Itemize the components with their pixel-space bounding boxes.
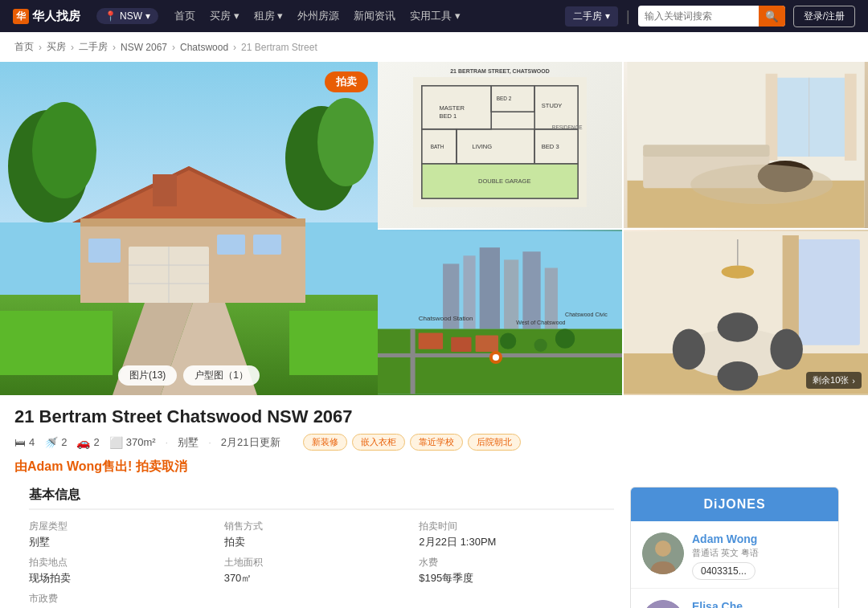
location-selector[interactable]: 📍 NSW ▾ xyxy=(96,8,158,24)
search-box: 🔍 xyxy=(638,6,785,27)
property-meta: 🛏 4 🚿 2 🚗 2 ⬜ 370m² · 别墅 · 2月21日更新 新装修 嵌… xyxy=(14,434,854,451)
svg-rect-21 xyxy=(0,311,113,375)
register-button[interactable]: 登录/注册 xyxy=(793,6,855,27)
content-row: 基本信息 房屋类型 别墅 销售方式 拍卖 拍卖时间 2月22日 1:30PM xyxy=(14,487,854,608)
svg-rect-61 xyxy=(419,333,443,349)
living-photo-img xyxy=(624,62,868,228)
nav-tools[interactable]: 实用工具 ▾ xyxy=(410,9,461,23)
svg-rect-86 xyxy=(642,600,684,608)
svg-text:RESIDENCE: RESIDENCE xyxy=(552,124,583,130)
svg-text:MASTER: MASTER xyxy=(439,104,465,112)
nav-buy[interactable]: 买房 ▾ xyxy=(210,9,240,23)
svg-rect-15 xyxy=(217,235,245,255)
auction-badge: 拍卖 xyxy=(325,71,368,92)
nav-news[interactable]: 新闻资讯 xyxy=(354,9,395,23)
bed-icon: 🛏 xyxy=(14,436,26,449)
agent-phone-adam[interactable]: 0403315... xyxy=(692,562,755,580)
living-room-svg xyxy=(624,62,868,228)
baths-count: 2 xyxy=(61,436,67,448)
svg-text:West of Chatswood: West of Chatswood xyxy=(516,320,565,326)
remaining-badge[interactable]: 剩余10张 › xyxy=(806,372,862,389)
svg-text:BED 3: BED 3 xyxy=(542,143,559,150)
svg-rect-55 xyxy=(504,259,518,328)
nav-rent[interactable]: 租房 ▾ xyxy=(254,9,284,23)
floorplan-content: 21 BERTRAM STREET, CHATSWOOD MASTER BED … xyxy=(378,62,622,228)
info-value-land-area: 370㎡ xyxy=(224,571,420,586)
svg-point-85 xyxy=(655,541,671,557)
chevron-down-icon: ▾ xyxy=(145,10,150,22)
area-value: 370m² xyxy=(126,436,156,448)
nav-overseas[interactable]: 外州房源 xyxy=(297,9,339,23)
house-illustration xyxy=(0,62,378,395)
svg-rect-48 xyxy=(643,145,769,157)
agent-item-adam: Adam Wong 普通话 英文 粤语 0403315... xyxy=(631,521,838,589)
svg-text:DOUBLE GARAGE: DOUBLE GARAGE xyxy=(478,178,530,185)
breadcrumb-nsw[interactable]: NSW 2067 xyxy=(121,42,167,53)
property-type-btn[interactable]: 二手房 ▾ xyxy=(565,6,618,27)
floorplan-address: 21 BERTRAM STREET, CHATSWOOD xyxy=(384,68,616,74)
agent-item-elisa: Elisa Che 普通话 英文 粤语 0421308... xyxy=(631,589,838,608)
gallery-grid: 21 BERTRAM STREET, CHATSWOOD MASTER BED … xyxy=(378,62,868,395)
svg-point-68 xyxy=(493,353,499,360)
svg-point-79 xyxy=(770,328,803,369)
breadcrumb-chatswood[interactable]: Chatswood xyxy=(180,42,228,53)
svg-rect-62 xyxy=(451,337,471,351)
dining-cell[interactable]: 剩余10张 › xyxy=(624,230,868,396)
main-photo-img xyxy=(0,62,378,395)
breadcrumb-buy[interactable]: 买房 xyxy=(47,40,66,54)
info-label-house-type: 房屋类型 xyxy=(29,520,224,533)
nav-home[interactable]: 首页 xyxy=(174,9,195,23)
cars-meta: 🚗 2 xyxy=(76,436,99,449)
photos-btn[interactable]: 图片(13) xyxy=(118,365,177,386)
nav-links: 首页 买房 ▾ 租房 ▾ 外州房源 新闻资讯 实用工具 ▾ xyxy=(174,9,461,23)
floorplan-btn[interactable]: 户型图（1） xyxy=(183,365,260,386)
floorplan-cell[interactable]: 21 BERTRAM STREET, CHATSWOOD MASTER BED … xyxy=(378,62,622,228)
basic-info-title: 基本信息 xyxy=(29,487,614,510)
svg-point-66 xyxy=(555,328,575,348)
cars-count: 2 xyxy=(93,436,99,448)
info-value-auction-venue: 现场拍卖 xyxy=(29,571,224,586)
info-council-rate: 市政费 $522每季度 xyxy=(29,592,224,608)
updated-date: 2月21日更新 xyxy=(221,435,280,450)
svg-point-81 xyxy=(718,361,759,390)
tag-wardrobe: 嵌入衣柜 xyxy=(352,434,405,451)
agent-avatar-adam xyxy=(642,533,684,574)
info-label-sale-type: 销售方式 xyxy=(224,520,420,533)
info-water-rate: 水费 $195每季度 xyxy=(419,556,614,586)
divider: | xyxy=(626,8,630,25)
svg-text:Chatswood Civic: Chatswood Civic xyxy=(565,312,608,318)
info-auction-venue: 拍卖地点 现场拍卖 xyxy=(29,556,224,586)
svg-text:BED 1: BED 1 xyxy=(439,112,457,120)
main-photo[interactable]: 拍卖 图片(13) 户型图（1） xyxy=(0,62,378,395)
search-button[interactable]: 🔍 xyxy=(759,6,785,27)
gallery-buttons: 图片(13) 户型图（1） xyxy=(118,365,260,386)
svg-rect-56 xyxy=(522,251,540,328)
svg-rect-16 xyxy=(253,235,281,255)
agent-avatar-elisa xyxy=(642,600,684,608)
info-value-auction-time: 2月22日 1:30PM xyxy=(419,535,614,549)
info-label-water-rate: 水费 xyxy=(419,556,614,569)
property-tags: 新装修 嵌入衣柜 靠近学校 后院朝北 xyxy=(303,434,521,451)
aerial-cell[interactable]: Chatswood Station West of Chatswood Chat… xyxy=(378,230,622,396)
breadcrumb-home[interactable]: 首页 xyxy=(14,40,34,54)
tag-school: 靠近学校 xyxy=(410,434,463,451)
svg-text:LIVING: LIVING xyxy=(472,143,492,150)
info-value-sale-type: 拍卖 xyxy=(224,535,420,549)
location-text: NSW xyxy=(120,10,142,22)
search-input[interactable] xyxy=(638,10,759,22)
info-label-council-rate: 市政费 xyxy=(29,592,224,606)
agent-name-elisa[interactable]: Elisa Che xyxy=(692,600,827,608)
info-auction-time: 拍卖时间 2月22日 1:30PM xyxy=(419,520,614,549)
aerial-svg: Chatswood Station West of Chatswood Chat… xyxy=(378,230,622,396)
agent-name-adam[interactable]: Adam Wong xyxy=(692,533,827,545)
logo[interactable]: 华 华人找房 xyxy=(13,9,80,24)
breadcrumb-second-hand[interactable]: 二手房 xyxy=(79,40,108,54)
svg-rect-22 xyxy=(289,311,378,375)
nav-right: 二手房 ▾ | 🔍 登录/注册 xyxy=(565,6,855,27)
info-label-auction-venue: 拍卖地点 xyxy=(29,556,224,569)
breadcrumb-current: 21 Bertram Street xyxy=(241,42,317,53)
living-room-cell[interactable] xyxy=(624,62,868,228)
content-right: DiJONES Adam Wong xyxy=(630,487,839,608)
property-header: 21 Bertram Street Chatswood NSW 2067 🛏 4… xyxy=(14,406,854,475)
logo-text: 华人找房 xyxy=(32,9,80,24)
